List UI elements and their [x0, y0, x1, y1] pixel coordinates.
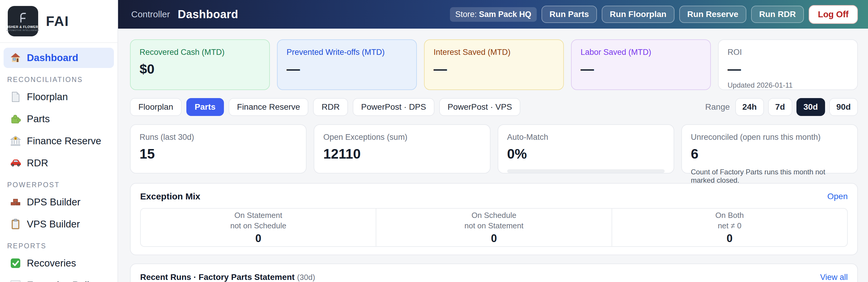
stat-label: Auto-Match: [507, 133, 664, 142]
run-reserve-button[interactable]: Run Reserve: [679, 6, 746, 23]
document-icon: [9, 91, 22, 103]
sidebar-item-rdr[interactable]: RDR: [4, 153, 114, 173]
sidebar-item-label: DPS Builder: [27, 196, 81, 208]
auto-match-progress: [507, 169, 664, 173]
recent-runs-header: Recent Runs · Factory Parts Statement(30…: [140, 273, 848, 282]
exception-mix-card: Exception Mix Open On Statement not on S…: [130, 183, 858, 255]
log-off-button[interactable]: Log Off: [809, 5, 858, 24]
kpi-card-interest-saved: Interest Saved (MTD) —: [424, 39, 564, 90]
stat-label: Open Exceptions (sum): [323, 133, 480, 142]
sidebar-section-reconciliations: RECONCILIATIONS: [4, 70, 114, 87]
brand-row: FISHER & FLOWERS AUTOMOTIVE INTELLIGENCE…: [0, 0, 118, 43]
mix-col-on-statement: On Statement not on Schedule 0: [141, 209, 376, 246]
stat-card-open-exceptions: Open Exceptions (sum) 12110: [314, 124, 490, 174]
recent-runs-card: Recent Runs · Factory Parts Statement(30…: [130, 263, 858, 282]
mix-line2: net ≠ 0: [612, 221, 847, 231]
app-label: Controller: [131, 9, 170, 20]
kpi-card-roi: ROI — Updated 2026-01-11: [718, 39, 858, 90]
stat-value: 15: [140, 146, 297, 162]
bricks-icon: [9, 196, 22, 208]
brand-f-icon: [16, 11, 30, 25]
sidebar-item-dps-builder[interactable]: DPS Builder: [4, 192, 114, 212]
sidebar-item-dashboard[interactable]: Dashboard: [4, 48, 114, 68]
brand-logo-name: FISHER & FLOWERS: [5, 25, 40, 29]
stat-value: 6: [691, 146, 848, 162]
car-icon: [9, 157, 22, 169]
sidebar-item-label: Finance Reserve: [27, 135, 101, 147]
stat-value: 0%: [507, 146, 664, 162]
run-rdr-button[interactable]: Run RDR: [751, 6, 804, 23]
range-7d[interactable]: 7d: [768, 98, 792, 116]
view-all-link[interactable]: View all: [820, 273, 848, 282]
mix-col-on-both: On Both net ≠ 0 0: [612, 209, 847, 246]
main-area: Controller Dashboard Store: Sam Pack HQ …: [118, 0, 868, 282]
sidebar-item-floorplan[interactable]: Floorplan: [4, 87, 114, 107]
kpi-card-labor-saved: Labor Saved (MTD) —: [571, 39, 711, 90]
page-title: Dashboard: [178, 8, 238, 21]
run-floorplan-button[interactable]: Run Floorplan: [602, 6, 675, 23]
brand-logo-tagline: AUTOMOTIVE INTELLIGENCE: [6, 29, 40, 31]
sidebar-item-label: VPS Builder: [27, 219, 80, 230]
recent-runs-range-suffix: (30d): [297, 273, 315, 282]
sidebar: FISHER & FLOWERS AUTOMOTIVE INTELLIGENCE…: [0, 0, 118, 282]
store-prefix: Store:: [455, 10, 477, 19]
kpi-value: —: [727, 61, 848, 77]
exception-mix-title: Exception Mix: [140, 191, 200, 201]
store-name: Sam Pack HQ: [479, 10, 531, 19]
house-icon: [9, 52, 22, 64]
range-90d[interactable]: 90d: [829, 98, 858, 116]
brand-logo: FISHER & FLOWERS AUTOMOTIVE INTELLIGENCE: [8, 6, 38, 36]
kpi-card-prevented-writeoffs: Prevented Write-offs (MTD) —: [277, 39, 417, 90]
sidebar-item-recoveries[interactable]: Recoveries: [4, 253, 114, 273]
clipboard-icon: [9, 218, 22, 230]
bank-icon: $: [9, 135, 22, 147]
kpi-value: —: [434, 61, 554, 77]
filter-row: Floorplan Parts Finance Reserve RDR Powe…: [130, 98, 858, 116]
tab-rdr[interactable]: RDR: [313, 98, 348, 116]
kpi-label: Labor Saved (MTD): [581, 48, 701, 57]
tab-finance-reserve[interactable]: Finance Reserve: [229, 98, 309, 116]
puzzle-icon: [9, 113, 22, 125]
sidebar-item-label: Recoveries: [27, 257, 76, 269]
mix-line2: not on Statement: [376, 221, 611, 231]
range-label: Range: [705, 102, 730, 112]
stat-card-auto-match: Auto-Match 0%: [498, 124, 674, 174]
mix-value: 0: [612, 232, 847, 245]
run-parts-button[interactable]: Run Parts: [541, 6, 597, 23]
check-icon: [9, 257, 22, 269]
stat-card-runs: Runs (last 30d) 15: [130, 124, 307, 174]
range-24h[interactable]: 24h: [735, 98, 764, 116]
exception-mix-panel: On Statement not on Schedule 0 On Schedu…: [140, 208, 848, 247]
sidebar-item-parts[interactable]: Parts: [4, 109, 114, 129]
recent-runs-title-text: Recent Runs · Factory Parts Statement: [140, 273, 294, 282]
kpi-label: ROI: [727, 48, 848, 57]
topbar: Controller Dashboard Store: Sam Pack HQ …: [118, 0, 868, 29]
sidebar-item-finance-reserve[interactable]: $ Finance Reserve: [4, 131, 114, 151]
sidebar-item-label: Floorplan: [27, 91, 68, 102]
store-selector[interactable]: Store: Sam Pack HQ: [450, 7, 537, 22]
sidebar-item-label: Dashboard: [27, 52, 78, 63]
mix-line2: not on Schedule: [141, 221, 376, 231]
mix-value: 0: [376, 232, 611, 245]
sidebar-item-vps-builder[interactable]: VPS Builder: [4, 214, 114, 234]
tab-parts[interactable]: Parts: [186, 98, 224, 116]
kpi-row: Recovered Cash (MTD) $0 Prevented Write-…: [130, 39, 858, 90]
tab-powerpost-vps[interactable]: PowerPost · VPS: [439, 98, 520, 116]
chart-up-icon: [9, 279, 22, 282]
exception-mix-open-link[interactable]: Open: [828, 192, 848, 201]
mix-line1: On Statement: [141, 210, 376, 220]
kpi-value: $0: [140, 61, 260, 77]
sidebar-section-reports: REPORTS: [4, 236, 114, 253]
range-30d[interactable]: 30d: [797, 98, 825, 116]
kpi-label: Prevented Write-offs (MTD): [286, 48, 407, 57]
sidebar-item-executive-rollup[interactable]: Executive Rollup: [4, 275, 114, 282]
mix-line1: On Schedule: [376, 210, 611, 220]
kpi-label: Interest Saved (MTD): [434, 48, 554, 57]
sidebar-item-label: RDR: [27, 157, 48, 169]
tab-powerpost-dps[interactable]: PowerPost · DPS: [353, 98, 434, 116]
kpi-updated-note: Updated 2026-01-11: [727, 81, 848, 89]
stat-label: Unreconciled (open runs this month): [691, 133, 848, 142]
mix-line1: On Both: [612, 210, 847, 220]
tab-floorplan[interactable]: Floorplan: [130, 98, 182, 116]
sidebar-item-label: Parts: [27, 113, 50, 125]
